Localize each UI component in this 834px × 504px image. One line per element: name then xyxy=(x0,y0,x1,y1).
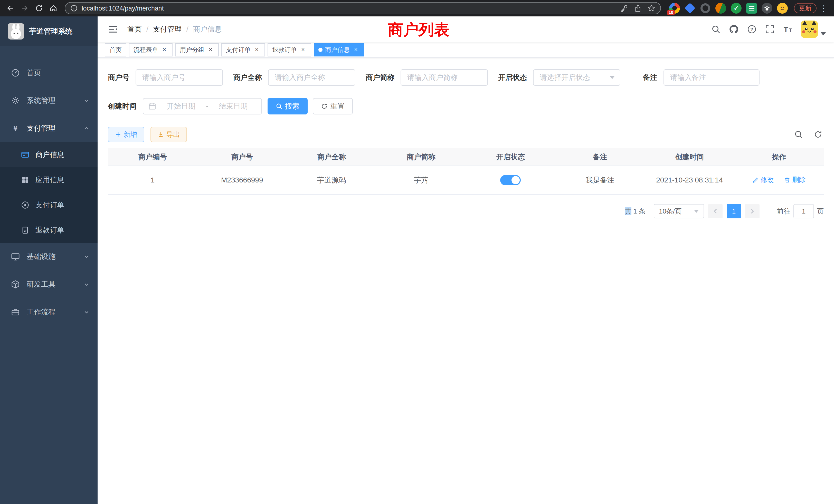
merchant-no-input[interactable] xyxy=(136,69,223,86)
breadcrumb-home[interactable]: 首页 xyxy=(127,24,142,34)
status-select[interactable]: 请选择开启状态 xyxy=(533,69,620,86)
sidebar-item-system[interactable]: 系统管理 xyxy=(0,87,97,114)
fullscreen-icon[interactable] xyxy=(765,24,775,35)
status-toggle[interactable] xyxy=(500,175,521,185)
merchant-no-label: 商户号 xyxy=(108,73,129,83)
start-date-placeholder: 开始日期 xyxy=(158,101,204,111)
breadcrumb-merchant: 商户信息 xyxy=(193,24,222,34)
goto-page-input[interactable] xyxy=(793,204,814,219)
delete-link[interactable]: 删除 xyxy=(784,175,806,184)
extension-check-icon[interactable]: ✓ xyxy=(731,3,742,14)
password-key-icon[interactable] xyxy=(620,4,628,12)
user-avatar[interactable] xyxy=(800,21,818,38)
extension-duotone-icon[interactable] xyxy=(716,3,726,14)
sidebar-item-devtools[interactable]: 研发工具 xyxy=(0,271,97,298)
gear-icon xyxy=(11,96,20,105)
prev-page-button[interactable] xyxy=(708,204,723,219)
help-icon[interactable]: ? xyxy=(747,24,757,35)
col-status: 开启状态 xyxy=(466,148,555,166)
tab-merchant-info[interactable]: 商户信息× xyxy=(314,43,364,56)
github-icon[interactable] xyxy=(729,24,739,35)
browser-forward-button[interactable] xyxy=(18,1,32,16)
tab-process-form[interactable]: 流程表单× xyxy=(129,43,173,56)
tab-home[interactable]: 首页 xyxy=(105,43,126,56)
tab-close-icon[interactable]: × xyxy=(207,46,214,53)
avatar-caret-down-icon[interactable] xyxy=(821,32,826,36)
col-short-name: 商户简称 xyxy=(376,148,466,166)
browser-home-button[interactable] xyxy=(46,1,61,16)
extension-smiley-icon[interactable] xyxy=(777,3,788,14)
sidebar-item-app-info[interactable]: 应用信息 xyxy=(0,167,97,192)
share-icon[interactable] xyxy=(634,4,641,12)
browser-update-button[interactable]: 更新 xyxy=(794,3,816,13)
extension-multicolor-icon[interactable]: 10 xyxy=(669,3,680,14)
sidebar-item-infra[interactable]: 基础设施 xyxy=(0,243,97,271)
page-content: 商户号 商户全称 商户简称 开启状态 请选择开启状态 xyxy=(97,58,834,504)
sidebar-item-refund-order[interactable]: 退款订单 xyxy=(0,217,97,243)
tab-close-icon[interactable]: × xyxy=(300,46,307,53)
site-info-icon[interactable] xyxy=(70,5,78,12)
sidebar-item-merchant-info[interactable]: 商户信息 xyxy=(0,142,97,167)
order-target-icon xyxy=(21,201,29,209)
extension-paw-icon[interactable] xyxy=(762,3,772,14)
extension-ring-icon[interactable] xyxy=(700,3,711,14)
logo[interactable]: 芋道管理系统 xyxy=(0,17,97,46)
infra-monitor-icon xyxy=(11,252,20,261)
search-button[interactable]: 搜索 xyxy=(267,98,308,114)
export-button[interactable]: 导出 xyxy=(151,127,187,142)
search-icon[interactable] xyxy=(711,24,721,35)
merchant-table: 商户编号 商户号 商户全称 商户简称 开启状态 备注 创建时间 操作 1 xyxy=(108,148,824,195)
merchant-name-label: 商户全称 xyxy=(233,73,262,83)
cell-actions: 修改 删除 xyxy=(734,166,824,194)
tab-close-icon[interactable]: × xyxy=(352,46,359,53)
breadcrumb-payment[interactable]: 支付管理 xyxy=(153,24,182,34)
remark-input[interactable] xyxy=(663,69,760,86)
font-size-icon[interactable]: TT xyxy=(783,24,793,35)
page-1-button[interactable]: 1 xyxy=(727,204,741,219)
workflow-briefcase-icon xyxy=(11,307,20,317)
sidebar-item-label: 退款订单 xyxy=(36,225,64,235)
bookmark-star-icon[interactable] xyxy=(648,4,655,12)
chevron-down-icon xyxy=(84,281,89,287)
sidebar-item-pay-order[interactable]: 支付订单 xyxy=(0,192,97,217)
filter-row-1: 商户号 商户全称 商户简称 开启状态 请选择开启状态 xyxy=(108,69,824,86)
merchant-card-icon xyxy=(21,151,29,159)
refresh-icon[interactable] xyxy=(812,129,824,140)
edit-link[interactable]: 修改 xyxy=(752,176,774,184)
sidebar-item-workflow[interactable]: 工作流程 xyxy=(0,298,97,326)
extension-notes-icon[interactable] xyxy=(746,3,757,14)
page-size-select[interactable]: 10条/页 xyxy=(654,204,704,219)
tab-close-icon[interactable]: × xyxy=(253,46,260,53)
tab-user-group[interactable]: 用户分组× xyxy=(175,43,219,56)
chevron-up-icon xyxy=(84,125,89,131)
add-button[interactable]: 新增 xyxy=(108,127,144,142)
create-time-range-picker[interactable]: 开始日期 - 结束日期 xyxy=(143,98,262,114)
toggle-search-icon[interactable] xyxy=(793,129,804,140)
sidebar-fold-icon[interactable] xyxy=(108,24,119,35)
chevron-down-icon xyxy=(84,98,89,104)
chevron-down-icon xyxy=(84,254,89,259)
tab-refund-order[interactable]: 退款订单× xyxy=(267,43,311,56)
merchant-short-input[interactable] xyxy=(400,69,488,86)
cell-full-name: 芋道源码 xyxy=(287,166,376,194)
end-date-placeholder: 结束日期 xyxy=(211,101,256,111)
select-caret-down-icon xyxy=(610,76,615,79)
browser-reload-button[interactable] xyxy=(32,1,46,16)
tags-view-bar: 首页 流程表单× 用户分组× 支付订单× 退款订单× 商户信息× xyxy=(97,42,834,58)
browser-menu-icon[interactable]: ⋮ xyxy=(818,4,829,13)
sidebar-item-home[interactable]: 首页 xyxy=(0,59,97,87)
browser-back-button[interactable] xyxy=(3,1,18,16)
sidebar-item-payment[interactable]: ¥ 支付管理 xyxy=(0,114,97,142)
create-time-label: 创建时间 xyxy=(108,101,137,111)
next-page-button[interactable] xyxy=(745,204,760,219)
merchant-name-input[interactable] xyxy=(268,69,355,86)
tab-close-icon[interactable]: × xyxy=(161,46,168,53)
sidebar-item-label: 支付订单 xyxy=(36,200,64,210)
extension-drop-icon[interactable] xyxy=(684,3,695,14)
reset-button[interactable]: 重置 xyxy=(313,98,353,114)
cell-status xyxy=(466,166,555,194)
address-bar[interactable]: localhost:1024/pay/merchant xyxy=(65,2,661,14)
chevron-down-icon xyxy=(84,309,89,315)
col-create-time: 创建时间 xyxy=(645,148,734,166)
tab-pay-order[interactable]: 支付订单× xyxy=(221,43,265,56)
